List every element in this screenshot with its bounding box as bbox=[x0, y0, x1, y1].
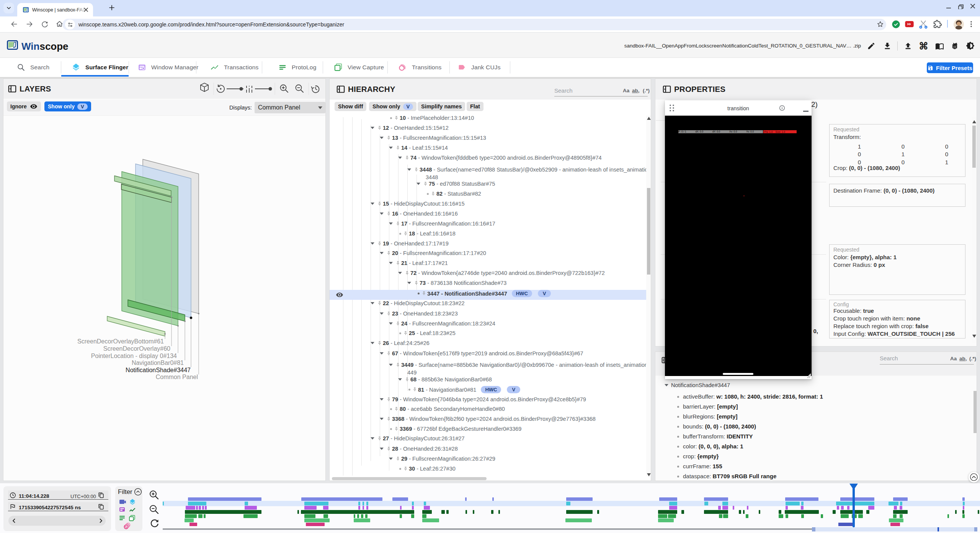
svg-text:NavigationBar0#81: NavigationBar0#81 bbox=[132, 360, 184, 366]
svg-text:Common Panel: Common Panel bbox=[156, 374, 198, 380]
svg-text:ScreenDecorOverlay#60: ScreenDecorOverlay#60 bbox=[103, 345, 170, 352]
svg-text:NotificationShade#3447: NotificationShade#3447 bbox=[126, 367, 191, 373]
svg-text:PointerLocation - display 0#13: PointerLocation - display 0#134 bbox=[91, 353, 177, 359]
svg-text:ScreenDecorOverlayBottom#61: ScreenDecorOverlayBottom#61 bbox=[77, 338, 164, 345]
